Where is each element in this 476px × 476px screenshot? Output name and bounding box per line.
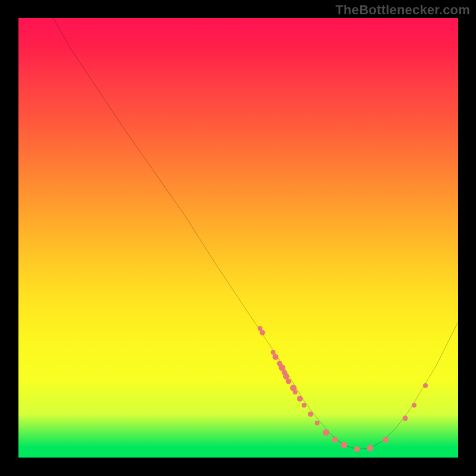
data-marker xyxy=(302,403,306,408)
data-marker xyxy=(367,444,374,451)
data-marker xyxy=(340,441,347,448)
data-marker xyxy=(403,416,408,421)
y-axis-spine xyxy=(18,18,18,458)
bottleneck-curve xyxy=(18,18,458,458)
data-marker xyxy=(315,421,320,425)
data-marker xyxy=(383,437,389,443)
data-marker xyxy=(286,378,292,384)
data-marker xyxy=(332,437,338,443)
data-marker xyxy=(412,403,416,408)
data-marker xyxy=(273,354,278,360)
data-marker xyxy=(293,390,298,394)
x-axis-spine xyxy=(18,458,458,458)
watermark-text: TheBottlenecker.com xyxy=(336,2,470,18)
data-marker xyxy=(423,383,428,388)
data-marker xyxy=(259,330,265,336)
data-marker xyxy=(308,412,314,417)
chart-container: TheBottlenecker.com xyxy=(0,0,476,476)
data-marker xyxy=(297,396,303,402)
data-marker xyxy=(354,446,360,452)
data-marker xyxy=(323,430,330,436)
